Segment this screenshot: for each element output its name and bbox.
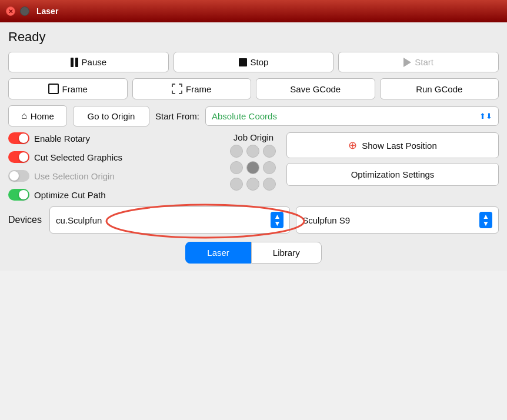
origin-dot-ml[interactable] bbox=[230, 161, 243, 174]
show-last-position-button[interactable]: ⊕ Show Last Position bbox=[286, 132, 499, 158]
origin-dot-tr[interactable] bbox=[263, 145, 276, 158]
toggle-knob bbox=[19, 190, 28, 199]
job-origin-label: Job Origin bbox=[234, 132, 273, 142]
frame-controls: Frame Frame Save GCode Run GCode bbox=[8, 78, 499, 99]
position-controls: ⌂ Home Go to Origin Start From: Absolute… bbox=[8, 105, 499, 126]
origin-dot-tl[interactable] bbox=[230, 145, 243, 158]
stop-button[interactable]: Stop bbox=[174, 52, 334, 72]
device-port-select[interactable]: cu.Sculpfun ▲▼ bbox=[49, 206, 290, 234]
start-from-select[interactable]: Absolute Coords ⬆⬇ bbox=[205, 106, 499, 126]
close-button[interactable]: ✕ bbox=[6, 6, 15, 16]
title-bar: ✕ Laser bbox=[0, 0, 507, 22]
main-content: Ready Pause Stop Start Frame bbox=[0, 22, 507, 271]
use-selection-origin-toggle[interactable] bbox=[8, 170, 29, 182]
cut-selected-row: Cut Selected Graphics bbox=[8, 151, 221, 163]
toggle-knob bbox=[9, 171, 19, 181]
origin-dot-mr[interactable] bbox=[263, 161, 276, 174]
pause-button[interactable]: Pause bbox=[8, 52, 169, 72]
start-icon bbox=[403, 58, 411, 67]
status-text: Ready bbox=[8, 29, 499, 45]
frame-solid-icon bbox=[48, 84, 59, 94]
pause-icon bbox=[71, 58, 78, 67]
enable-rotary-label: Enable Rotary bbox=[34, 134, 90, 144]
select-arrows-icon-2: ▲▼ bbox=[479, 212, 492, 228]
origin-dot-mc[interactable] bbox=[246, 161, 259, 174]
origin-dot-bl[interactable] bbox=[230, 178, 243, 191]
home-button[interactable]: ⌂ Home bbox=[8, 105, 67, 126]
playback-controls: Pause Stop Start bbox=[8, 52, 499, 72]
run-gcode-button[interactable]: Run GCode bbox=[380, 78, 499, 99]
optimize-cut-path-toggle[interactable] bbox=[8, 189, 29, 201]
select-arrows-icon: ▲▼ bbox=[271, 212, 283, 228]
origin-dot-bc[interactable] bbox=[246, 178, 259, 191]
stop-icon bbox=[239, 58, 247, 66]
enable-rotary-row: Enable Rotary bbox=[8, 132, 221, 144]
frame-square-button[interactable]: Frame bbox=[8, 78, 128, 99]
frame-dashed-icon bbox=[172, 84, 182, 94]
app-window: ✕ Laser Ready Pause Stop Start bbox=[0, 0, 507, 271]
job-origin-section: Job Origin bbox=[230, 132, 277, 192]
origin-dot-tc[interactable] bbox=[246, 145, 259, 158]
optimization-settings-button[interactable]: Optimization Settings bbox=[286, 163, 499, 186]
start-from-label: Start From: bbox=[155, 111, 199, 121]
chevron-icon: ⬆⬇ bbox=[479, 112, 492, 121]
cut-selected-toggle[interactable] bbox=[8, 151, 29, 163]
device-model-select[interactable]: Sculpfun S9 ▲▼ bbox=[296, 206, 499, 234]
start-button[interactable]: Start bbox=[338, 52, 499, 72]
use-selection-origin-label: Use Selection Origin bbox=[34, 171, 115, 181]
options-section: Enable Rotary Cut Selected Graphics Use … bbox=[8, 132, 499, 201]
cut-selected-label: Cut Selected Graphics bbox=[34, 152, 122, 162]
devices-row: Devices cu.Sculpfun ▲▼ Sculpfun S9 ▲▼ bbox=[8, 206, 499, 234]
tab-library[interactable]: Library bbox=[251, 242, 322, 264]
toggle-group: Enable Rotary Cut Selected Graphics Use … bbox=[8, 132, 221, 201]
minimize-button[interactable] bbox=[20, 6, 29, 16]
tab-laser[interactable]: Laser bbox=[185, 242, 251, 264]
right-action-buttons: ⊕ Show Last Position Optimization Settin… bbox=[286, 132, 499, 186]
enable-rotary-toggle[interactable] bbox=[8, 132, 29, 144]
crosshair-icon: ⊕ bbox=[348, 139, 357, 152]
go-to-origin-button[interactable]: Go to Origin bbox=[73, 106, 149, 126]
toggle-knob bbox=[19, 152, 28, 162]
devices-label: Devices bbox=[8, 215, 44, 225]
save-gcode-button[interactable]: Save GCode bbox=[256, 78, 375, 99]
origin-grid bbox=[230, 145, 277, 192]
use-selection-origin-row: Use Selection Origin bbox=[8, 170, 221, 182]
optimize-cut-path-label: Optimize Cut Path bbox=[34, 190, 106, 200]
window-title: Laser bbox=[36, 6, 58, 16]
frame-dashed-button[interactable]: Frame bbox=[132, 78, 252, 99]
tabs-row: Laser Library bbox=[8, 242, 499, 264]
toggle-knob bbox=[19, 134, 28, 143]
optimize-cut-path-row: Optimize Cut Path bbox=[8, 189, 221, 201]
home-icon: ⌂ bbox=[21, 111, 27, 121]
origin-dot-br[interactable] bbox=[263, 178, 276, 191]
